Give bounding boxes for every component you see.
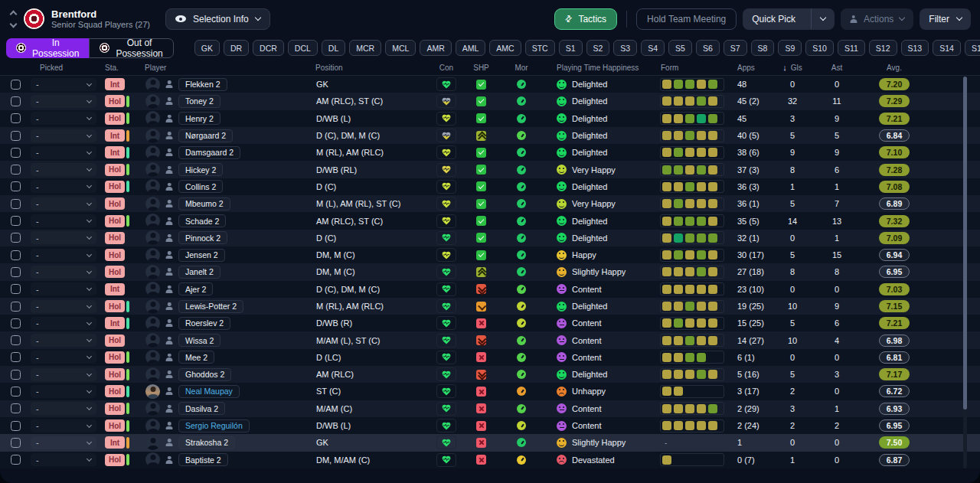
player-name[interactable]: Strakosha 2 xyxy=(178,436,235,449)
column-header-player[interactable]: Player xyxy=(140,64,312,72)
row-checkbox[interactable] xyxy=(11,421,21,431)
selection-info-dropdown[interactable]: Selection Info xyxy=(165,8,270,30)
position-chip-s5[interactable]: S5 xyxy=(668,40,692,56)
table-row[interactable]: - Hol Dasilva 2 M/AM (C) xyxy=(0,400,980,417)
column-header-con[interactable]: Con xyxy=(433,64,460,72)
quick-pick-button[interactable]: Quick Pick xyxy=(743,8,835,30)
picked-dropdown[interactable]: - xyxy=(31,453,96,466)
vertical-scrollbar[interactable] xyxy=(963,77,967,468)
row-checkbox[interactable] xyxy=(11,370,21,380)
picked-dropdown[interactable]: - xyxy=(31,214,96,227)
row-checkbox[interactable] xyxy=(11,113,21,123)
column-header-gls[interactable]: ↓ Gls xyxy=(772,63,813,72)
row-checkbox[interactable] xyxy=(11,181,21,191)
picked-dropdown[interactable]: - xyxy=(31,266,96,279)
position-chip-s4[interactable]: S4 xyxy=(641,40,665,56)
player-name[interactable]: Nørgaard 2 xyxy=(178,129,233,142)
position-chip-dcr[interactable]: DCR xyxy=(253,40,284,56)
position-chip-s11[interactable]: S11 xyxy=(838,40,865,56)
position-chip-mcl[interactable]: MCL xyxy=(385,40,416,56)
picked-dropdown[interactable]: - xyxy=(31,351,96,364)
row-checkbox[interactable] xyxy=(11,165,21,175)
player-name[interactable]: Sergio Reguilón xyxy=(178,419,250,432)
row-checkbox[interactable] xyxy=(11,318,21,328)
player-name[interactable]: Mbeumo 2 xyxy=(178,197,230,210)
player-name[interactable]: Baptiste 2 xyxy=(178,453,228,466)
picked-dropdown[interactable]: - xyxy=(31,129,96,142)
player-name[interactable]: Janelt 2 xyxy=(178,266,220,279)
position-chip-aml[interactable]: AML xyxy=(456,40,486,56)
picked-dropdown[interactable]: - xyxy=(31,249,96,262)
picked-dropdown[interactable]: - xyxy=(31,163,96,176)
position-chip-s1[interactable]: S1 xyxy=(559,40,583,56)
position-chip-amc[interactable]: AMC xyxy=(489,40,521,56)
table-row[interactable]: - Int Damsgaard 2 M (RL), AM (RLC) xyxy=(0,144,980,161)
picked-dropdown[interactable]: - xyxy=(31,300,96,313)
row-checkbox[interactable] xyxy=(11,96,21,106)
position-chip-mcr[interactable]: MCR xyxy=(349,40,381,56)
row-checkbox[interactable] xyxy=(11,148,21,158)
column-header-position[interactable]: Position xyxy=(312,64,433,72)
player-name[interactable]: Roerslev 2 xyxy=(178,317,230,330)
player-name[interactable]: Jensen 2 xyxy=(178,249,225,262)
position-chip-s3[interactable]: S3 xyxy=(613,40,637,56)
picked-dropdown[interactable]: - xyxy=(31,317,96,330)
picked-dropdown[interactable]: - xyxy=(31,231,96,244)
position-chip-dl[interactable]: DL xyxy=(322,40,345,56)
table-row[interactable]: - Hol Janelt 2 DM, M (C) xyxy=(0,263,980,280)
table-row[interactable]: - Hol Hickey 2 D/WB (RL) xyxy=(0,161,980,178)
position-chip-s13[interactable]: S13 xyxy=(901,40,929,56)
row-checkbox[interactable] xyxy=(11,250,21,260)
player-name[interactable]: Neal Maupay xyxy=(178,385,240,398)
position-chip-dcl[interactable]: DCL xyxy=(288,40,318,56)
table-row[interactable]: - Hol Lewis-Potter 2 M (RL), AM (RLC) xyxy=(0,298,980,315)
player-name[interactable]: Hickey 2 xyxy=(178,163,223,176)
column-header-avg[interactable]: Avg. xyxy=(861,64,928,72)
chevron-down-icon[interactable] xyxy=(820,15,826,21)
table-row[interactable]: - Hol Collins 2 D (C) xyxy=(0,178,980,195)
position-chip-s14[interactable]: S14 xyxy=(933,40,961,56)
tab-in-possession[interactable]: In Possession xyxy=(6,38,89,58)
picked-dropdown[interactable]: - xyxy=(31,282,96,295)
chevron-up-icon[interactable] xyxy=(10,10,18,18)
picked-dropdown[interactable]: - xyxy=(31,419,96,432)
table-row[interactable]: - Hol Ghoddos 2 AM (RLC) xyxy=(0,366,980,383)
table-row[interactable]: - Int Flekken 2 GK xyxy=(0,76,980,93)
tactics-button[interactable]: ⇄ Tactics xyxy=(554,8,617,30)
scrollbar-thumb[interactable] xyxy=(963,77,967,410)
table-row[interactable]: - Hol Sergio Reguilón D/WB (L) xyxy=(0,417,980,434)
column-header-apps[interactable]: Apps xyxy=(726,64,772,72)
position-chip-s9[interactable]: S9 xyxy=(778,40,802,56)
row-checkbox[interactable] xyxy=(11,284,21,294)
row-checkbox[interactable] xyxy=(11,80,21,90)
table-row[interactable]: - Hol Jensen 2 DM, M (C) xyxy=(0,246,980,263)
position-chip-dr[interactable]: DR xyxy=(224,40,249,56)
player-name[interactable]: Toney 2 xyxy=(178,95,220,108)
table-row[interactable]: - Hol Wissa 2 M/AM (L), ST (C) xyxy=(0,331,980,348)
position-chip-s6[interactable]: S6 xyxy=(696,40,720,56)
picked-dropdown[interactable]: - xyxy=(31,385,96,398)
position-chip-s10[interactable]: S10 xyxy=(805,40,834,56)
player-name[interactable]: Dasilva 2 xyxy=(178,402,225,415)
player-name[interactable]: Wissa 2 xyxy=(178,334,220,347)
column-header-playing-time-happiness[interactable]: Playing Time Happiness xyxy=(541,64,652,72)
player-name[interactable]: Ajer 2 xyxy=(178,282,213,295)
table-row[interactable]: - Hol Henry 2 D/WB (L) xyxy=(0,110,980,127)
player-name[interactable]: Ghoddos 2 xyxy=(178,368,231,381)
picked-dropdown[interactable]: - xyxy=(31,78,96,91)
column-header-form[interactable]: Form xyxy=(652,64,726,72)
picked-dropdown[interactable]: - xyxy=(31,146,96,159)
picked-dropdown[interactable]: - xyxy=(31,112,96,125)
row-checkbox[interactable] xyxy=(11,233,21,243)
table-row[interactable]: - Int Ajer 2 D (C), DM, M (C) xyxy=(0,281,980,298)
player-name[interactable]: Schade 2 xyxy=(178,214,226,227)
chevron-down-icon[interactable] xyxy=(10,20,18,28)
table-row[interactable]: - Int Roerslev 2 D/WB (R) xyxy=(0,315,980,331)
row-checkbox[interactable] xyxy=(11,302,21,312)
row-checkbox[interactable] xyxy=(11,335,21,345)
hold-team-meeting-button[interactable]: Hold Team Meeting xyxy=(636,8,737,30)
table-row[interactable]: - Hol Mee 2 D (LC) xyxy=(0,349,980,366)
table-row[interactable]: - Int Nørgaard 2 D (C), DM, M (C) xyxy=(0,127,980,144)
table-row[interactable]: - Hol Pinnock 2 D (C) xyxy=(0,230,980,246)
table-row[interactable]: - Hol Mbeumo 2 M (L), AM (RL), ST (C) xyxy=(0,195,980,212)
